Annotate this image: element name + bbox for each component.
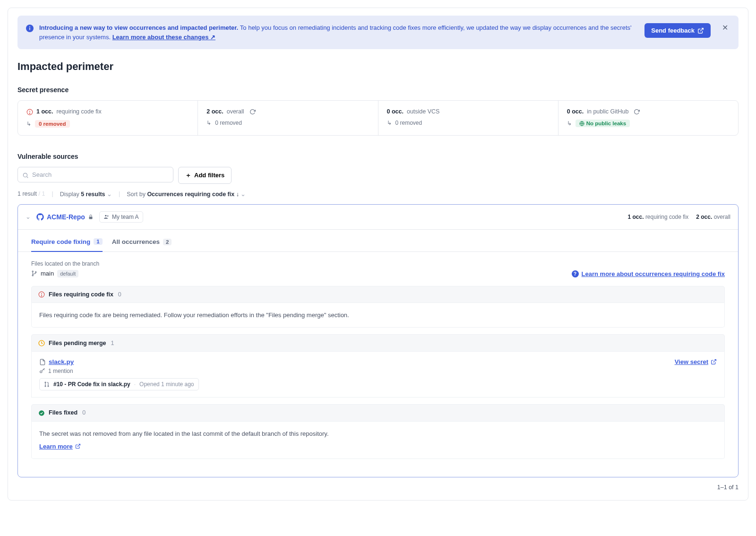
- send-feedback-button[interactable]: Send feedback: [644, 23, 711, 38]
- refresh-icon[interactable]: [634, 108, 640, 115]
- svg-point-8: [23, 173, 27, 177]
- results-meta: 1 result / 1 | Display 5 results ⌄ | Sor…: [17, 190, 739, 198]
- section-require-fix-header: Files requiring code fix 0: [31, 286, 725, 303]
- display-dropdown[interactable]: Display 5 results ⌄: [60, 190, 112, 198]
- learn-more-link[interactable]: Learn more: [39, 443, 81, 450]
- return-arrow-icon: ↳: [567, 120, 572, 127]
- sort-dropdown[interactable]: Sort by Occurrences requiring code fix ↓…: [127, 190, 246, 198]
- removed-badge: 0 removed: [35, 120, 70, 128]
- presence-heading: Secret presence: [17, 86, 739, 94]
- svg-point-22: [45, 386, 46, 387]
- repo-tabs: Require code fixing 1 All occurrences 2: [18, 230, 738, 252]
- add-filters-button[interactable]: ＋ Add filters: [178, 167, 232, 184]
- plus-icon: ＋: [185, 171, 191, 180]
- svg-point-11: [105, 215, 106, 216]
- default-badge: default: [57, 270, 78, 277]
- github-icon: [36, 213, 44, 221]
- svg-point-13: [32, 271, 33, 272]
- search-icon: [22, 172, 29, 179]
- banner-lead: Introducing a new way to view occurrence…: [39, 24, 238, 31]
- svg-line-9: [27, 176, 28, 178]
- presence-card-outside-vcs: 0 occ. outside VCS ↳ 0 removed: [378, 101, 558, 135]
- sources-heading: Vulnerable sources: [17, 153, 739, 160]
- section-fixed-body: The secret was not removed from any file…: [31, 422, 725, 459]
- external-link-icon: [75, 443, 81, 449]
- tab-all-occurrences[interactable]: All occurrences 2: [112, 238, 172, 251]
- svg-point-12: [107, 216, 108, 216]
- svg-point-21: [45, 382, 46, 383]
- git-pull-request-icon: [44, 381, 50, 387]
- svg-point-20: [40, 371, 42, 372]
- alert-icon: [38, 291, 45, 298]
- search-input[interactable]: [17, 167, 173, 182]
- mention-row: 1 mention: [39, 368, 675, 374]
- presence-card-overall: 2 occ. overall ↳ 0 removed: [198, 101, 378, 135]
- team-chip[interactable]: My team A: [99, 211, 143, 223]
- file-icon: [39, 359, 46, 365]
- banner-text: Introducing a new way to view occurrence…: [39, 23, 639, 42]
- page-title: Impacted perimeter: [17, 61, 739, 73]
- git-branch-icon: [31, 270, 37, 277]
- svg-line-24: [713, 360, 716, 363]
- clock-icon: [38, 339, 45, 346]
- help-icon: ?: [572, 270, 579, 277]
- team-icon: [103, 214, 110, 220]
- return-arrow-icon: ↳: [26, 121, 31, 127]
- svg-point-2: [29, 26, 30, 27]
- refresh-icon[interactable]: [249, 108, 256, 115]
- svg-line-3: [700, 28, 703, 31]
- external-link-icon: [711, 359, 717, 365]
- alert-icon: [26, 108, 33, 115]
- return-arrow-icon: ↳: [206, 120, 211, 126]
- tab-require-code-fixing[interactable]: Require code fixing 1: [31, 238, 103, 252]
- chevron-down-icon[interactable]: ⌄: [26, 213, 31, 220]
- view-secret-link[interactable]: View secret: [675, 358, 717, 365]
- file-link[interactable]: slack.py: [39, 358, 675, 365]
- svg-point-14: [32, 275, 33, 276]
- close-icon[interactable]: ✕: [720, 23, 730, 32]
- repo-stats: 1 occ. requiring code fix 2 occ. overall: [628, 214, 731, 220]
- svg-point-23: [48, 386, 49, 387]
- info-banner: Introducing a new way to view occurrence…: [17, 16, 739, 49]
- svg-rect-10: [89, 216, 92, 219]
- section-require-fix-body: Files requiring code fix are being remed…: [31, 303, 725, 328]
- svg-point-18: [41, 296, 42, 296]
- check-circle-icon: [38, 409, 45, 416]
- lock-icon: [88, 214, 94, 220]
- repo-panel: ⌄ ACME-Repo My team A 1 occ. requiring c…: [17, 204, 739, 477]
- chevron-down-icon: ⌄: [107, 191, 112, 198]
- chevron-down-icon: ⌄: [241, 191, 246, 198]
- branch-info: Files located on the branch main default: [31, 260, 99, 277]
- presence-card-code-fix: 1 occ. requiring code fix ↳ 0 removed: [18, 101, 198, 135]
- key-icon: [39, 368, 45, 374]
- pr-chip[interactable]: #10 - PR Code fix in slack.py · Opened 1…: [39, 378, 199, 390]
- return-arrow-icon: ↳: [387, 120, 392, 126]
- repo-header[interactable]: ⌄ ACME-Repo My team A 1 occ. requiring c…: [18, 205, 738, 230]
- no-leaks-badge: No public leaks: [576, 120, 630, 127]
- presence-card-public-github: 0 occ. in public GitHub ↳ No public leak…: [558, 101, 738, 135]
- svg-point-6: [29, 113, 30, 113]
- search-input-wrapper: [17, 167, 173, 184]
- section-fixed-header: Files fixed 0: [31, 404, 725, 422]
- info-icon: [26, 24, 34, 32]
- svg-line-26: [77, 444, 80, 447]
- repo-name-link[interactable]: ACME-Repo: [36, 213, 94, 221]
- svg-rect-1: [29, 27, 30, 30]
- banner-learn-link[interactable]: Learn more about these changes ↗: [112, 34, 215, 41]
- pending-file-block: slack.py 1 mention #10 - PR Code fix in …: [31, 352, 725, 398]
- learn-occurrences-link[interactable]: ? Learn more about occurrences requiring…: [572, 270, 725, 277]
- svg-point-15: [35, 272, 36, 273]
- presence-grid: 1 occ. requiring code fix ↳ 0 removed 2 …: [17, 100, 739, 136]
- section-pending-merge-header: Files pending merge 1: [31, 334, 725, 352]
- pagination: 1–1 of 1: [17, 484, 739, 491]
